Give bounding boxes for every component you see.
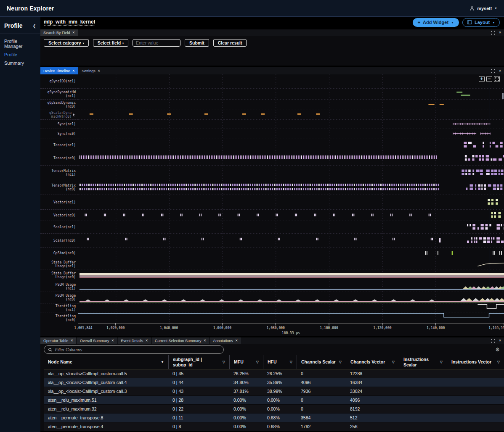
search-icon	[48, 348, 53, 352]
filter-icon[interactable]: ▽	[440, 360, 443, 364]
column-header-instructions-scalar[interactable]: Instructions Scalar▽	[399, 355, 447, 369]
table-row[interactable]: aten__relu_maximum.320 | 220.00%0.00%081…	[44, 405, 504, 414]
timeline-track-label[interactable]: Scalar(nc1)	[40, 221, 78, 233]
close-icon[interactable]: ✕	[70, 339, 73, 342]
timeline-track-label[interactable]: Vector(nc1)	[40, 195, 78, 209]
column-header-mfu[interactable]: MFU▽	[229, 355, 263, 369]
timeline-track-label[interactable]: State Buffer Usage(nc0)	[40, 269, 78, 281]
timeline-plot[interactable]	[78, 74, 504, 323]
close-icon[interactable]: ✕	[72, 31, 75, 34]
zoom-in-button[interactable]: +	[479, 76, 485, 82]
expand-icon[interactable]	[491, 31, 495, 35]
timeline-track-label[interactable]: Throttling (nc1)	[40, 303, 78, 313]
filter-icon[interactable]: ▽	[290, 360, 292, 364]
collapse-sidebar-icon[interactable]: ❮	[33, 24, 36, 28]
filter-icon[interactable]: ▽	[497, 360, 500, 364]
timeline-track-label[interactable]: Tensor(nc1)	[40, 139, 78, 151]
operator-panel: Operator Table✕Overall Summary✕Event Det…	[40, 337, 504, 431]
close-icon[interactable]: ✕	[499, 69, 501, 73]
close-icon[interactable]: ✕	[111, 339, 114, 342]
clear-result-button[interactable]: Clear result	[213, 39, 247, 47]
timeline-track	[456, 92, 470, 96]
timeline-track-label[interactable]: qSyncIO0(nc1)	[40, 74, 78, 88]
timeline-track-label[interactable]: Scalar(nc0)	[40, 233, 78, 247]
zoom-out-button[interactable]: −	[486, 76, 492, 82]
table-cell: 0	[297, 371, 346, 376]
filter-icon[interactable]: ▽	[223, 360, 225, 364]
timeline-track-label[interactable]: PSUM Usage (nc1)	[40, 281, 78, 292]
filter-icon[interactable]: ▼	[161, 360, 164, 364]
tab-annotations[interactable]: Annotations✕	[210, 337, 241, 344]
timeline-track-label[interactable]: State Buffer Usage(nc1)	[40, 259, 78, 269]
timeline-track-label[interactable]: TensorMatrix (nc0)	[40, 180, 78, 195]
table-cell: 0.00%	[229, 398, 263, 403]
timeline-track-label[interactable]: Tensor(nc0)	[40, 151, 78, 165]
timeline-track-label[interactable]: qScalarDyna micHW(nc0)	[40, 110, 78, 119]
table-row[interactable]: aten__permute_transpose.40 | 80.00%0.68%…	[44, 422, 504, 431]
column-header-node-name[interactable]: Node Name▼	[44, 355, 168, 369]
close-icon[interactable]: ✕	[72, 69, 75, 73]
column-header-hfu[interactable]: HFU▽	[263, 355, 297, 369]
filter-columns-field[interactable]	[44, 345, 224, 354]
timeline-scrollbar[interactable]	[502, 93, 504, 99]
axis-tick-label: 1,120,000	[373, 326, 391, 330]
tab-operator-table[interactable]: Operator Table✕	[40, 337, 76, 344]
submit-button[interactable]: Submit	[185, 39, 209, 47]
column-header-subgraph-id-subop-id[interactable]: subgraph_id | subop_id▽	[168, 355, 229, 369]
filter-icon[interactable]: ▽	[392, 360, 395, 364]
select-category-button[interactable]: Select category▾	[44, 39, 89, 47]
column-header-channels-vector[interactable]: Channels Vector▽	[346, 355, 399, 369]
value-input[interactable]	[133, 39, 180, 47]
gear-icon[interactable]: ⚙	[495, 347, 500, 353]
tab-current-selection-summary[interactable]: Current Selection Summary✕	[152, 337, 209, 344]
tab-device-timeline[interactable]: Device Timeline ✕	[40, 67, 78, 74]
table-cell: aten__permute_transpose.8	[44, 415, 168, 420]
timeline-track-label[interactable]: PSUM Usage (nc0)	[40, 292, 78, 303]
table-row[interactable]: aten__permute_transpose.80 | 110.00%0.68…	[44, 414, 504, 422]
close-icon[interactable]: ✕	[145, 339, 148, 342]
track-label-text: qScalarDyna micHW(nc0)	[49, 111, 72, 119]
table-cell: xla__op_<locals>CallImpl_custom-call.3	[44, 389, 168, 394]
main-content: mlp_with_mm_kernel + Add Widget ▼ Layout…	[40, 17, 504, 432]
zoom-fit-button[interactable]	[494, 76, 500, 82]
sidebar-item-profile-manager[interactable]: Profile Manager	[0, 37, 40, 50]
axis-tick-label: 1,100,000	[320, 326, 338, 330]
tab-settings[interactable]: Settings ✕	[79, 67, 103, 74]
close-icon[interactable]: ✕	[98, 69, 101, 73]
timeline-track-label[interactable]: qSyncDynamicHW (nc1)	[40, 88, 78, 99]
sidebar-item-profile[interactable]: Profile	[0, 50, 40, 59]
close-icon[interactable]: ✕	[235, 339, 238, 342]
table-cell: 0 | 28	[168, 398, 229, 403]
timeline-track-label[interactable]: Sync(nc1)	[40, 119, 78, 129]
timeline-track	[90, 113, 320, 115]
table-row[interactable]: aten__relu_maximum.510 | 280.00%0.00%040…	[44, 396, 504, 405]
timeline-track-label[interactable]: Throttling (nc0)	[40, 313, 78, 323]
table-row[interactable]: xla__op_<locals>CallImpl_custom-call.40 …	[44, 378, 504, 387]
close-icon[interactable]: ✕	[499, 339, 501, 342]
expand-icon[interactable]	[491, 339, 495, 343]
tab-search-by-field[interactable]: Search By Field ✕	[40, 29, 78, 36]
timeline-track-label[interactable]: Sync(nc0)	[40, 129, 78, 139]
timeline-track-label[interactable]: qGpSimdDynamic (nc0)	[40, 99, 78, 110]
close-icon[interactable]: ✕	[204, 339, 207, 342]
filter-icon[interactable]: ▽	[339, 360, 342, 364]
select-field-button[interactable]: Select field▾	[93, 39, 128, 47]
sidebar-item-summary[interactable]: Summary	[0, 59, 40, 67]
timeline-track-label[interactable]: Vector(nc0)	[40, 209, 78, 221]
filter-columns-input[interactable]	[55, 348, 220, 352]
filter-icon[interactable]: ▽	[256, 360, 259, 364]
expand-icon[interactable]	[491, 69, 495, 73]
tab-event-details[interactable]: Event Details✕	[118, 337, 151, 344]
column-header-instructions-vector[interactable]: Instructions Vector▽	[447, 355, 504, 369]
user-menu[interactable]: myself ▼	[470, 6, 497, 11]
timeline-track-label[interactable]: TensorMatrix (nc1)	[40, 165, 78, 180]
tab-overall-summary[interactable]: Overall Summary✕	[77, 337, 117, 344]
timeline-track	[428, 104, 443, 105]
table-row[interactable]: xla__op_<locals>CallImpl_custom-call.30 …	[44, 387, 504, 396]
add-widget-button[interactable]: + Add Widget ▼	[413, 18, 459, 27]
table-row[interactable]: xla__op_<locals>CallImpl_custom-call.50 …	[44, 369, 504, 378]
close-icon[interactable]: ✕	[499, 31, 501, 34]
timeline-track-label[interactable]: GpSimd(nc0)	[40, 247, 78, 259]
layout-button[interactable]: Layout ▼	[462, 18, 500, 27]
column-header-channels-scalar[interactable]: Channels Scalar▽	[297, 355, 346, 369]
